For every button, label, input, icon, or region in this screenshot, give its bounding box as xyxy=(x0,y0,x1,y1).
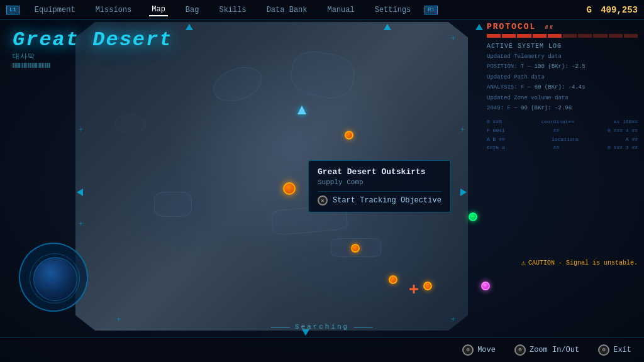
currency-value: 409,253 xyxy=(601,5,638,15)
map-marker-active[interactable] xyxy=(283,182,296,195)
edge-plus-topleft: + xyxy=(116,35,121,43)
region-title: Great Desert 대사막 xyxy=(13,28,172,68)
protocol-status: ## xyxy=(545,25,554,31)
map-marker-orange-3[interactable] xyxy=(389,275,397,284)
edge-plus-bottomright: + xyxy=(451,315,455,324)
searching-label: Searching xyxy=(271,323,373,331)
bar-1 xyxy=(487,34,501,38)
map-container: + + + + + + + Great Desert Outsk xyxy=(0,0,644,362)
log-entry-5: Updated Zone volume data xyxy=(487,94,638,102)
edge-plus-topright: + xyxy=(451,35,455,43)
bar-4 xyxy=(533,34,547,38)
map-marker-pink[interactable] xyxy=(481,282,490,290)
protocol-header: PROTOCOL ## xyxy=(487,22,638,31)
edge-plus-bottomleft: + xyxy=(116,315,121,324)
bar-2 xyxy=(502,34,516,38)
bar-10 xyxy=(624,34,638,38)
currency-prefix: G xyxy=(586,5,591,15)
bc16 xyxy=(42,63,43,68)
move-label: Move xyxy=(477,346,496,354)
bc9 xyxy=(28,63,29,68)
log-entry-4: ANALYSIS: F — 60 (BKr): -4.4s xyxy=(487,83,638,92)
bc15 xyxy=(39,63,41,68)
popup-subtitle: Supply Comp xyxy=(318,178,441,186)
searching-line-right xyxy=(354,327,373,327)
bar-6 xyxy=(563,34,577,38)
bc1 xyxy=(13,63,14,68)
map-marker-green[interactable] xyxy=(469,212,477,221)
caution-banner: ⚠ CAUTION - Signal is unstable. xyxy=(521,258,638,268)
bc7 xyxy=(24,63,26,68)
bar-3 xyxy=(517,34,531,38)
data-row-1: 0 ##6coordinatesas 168## xyxy=(487,118,638,126)
radar-inner xyxy=(30,253,80,304)
bc6 xyxy=(22,63,23,68)
map-marker-orange-4[interactable] xyxy=(423,282,432,290)
data-row-2: F 0041##0 ### 4 ## xyxy=(487,126,638,135)
nav-arrow-right[interactable] xyxy=(460,189,467,196)
bar-7 xyxy=(578,34,592,38)
nav-arrow-up2[interactable] xyxy=(384,24,391,30)
system-log-title: Active System Log xyxy=(487,43,638,50)
region-korean: 대사막 xyxy=(13,52,172,61)
data-table: 0 ##6coordinatesas 168## F 0041##0 ### 4… xyxy=(487,118,638,151)
bc8 xyxy=(26,63,27,68)
data-row-3: A B ##locationsA ## xyxy=(487,135,638,144)
bottom-action-exit[interactable]: ⊙ Exit xyxy=(598,344,631,356)
exit-btn[interactable]: ⊙ xyxy=(598,344,609,356)
tab-map[interactable]: Map xyxy=(149,4,168,16)
tab-equipment[interactable]: Equipment xyxy=(32,4,78,16)
bc20 xyxy=(49,63,50,68)
nav-arrow-left[interactable] xyxy=(77,189,83,196)
region-barcode xyxy=(13,63,172,68)
log-entry-2: POSITION: T — 100 (BKr): -2.5 xyxy=(487,62,638,71)
popup-action-label: Start Tracking Objective xyxy=(333,196,441,205)
tab-databank[interactable]: Data Bank xyxy=(264,4,310,16)
popup-action[interactable]: ✕ Start Tracking Objective xyxy=(318,195,441,206)
tab-manual[interactable]: Manual xyxy=(325,4,357,16)
tab-missions[interactable]: Missions xyxy=(93,4,135,16)
bottom-action-move[interactable]: ⊙ Move xyxy=(462,344,496,356)
bar-8 xyxy=(593,34,607,38)
radar-circle xyxy=(19,243,88,312)
log-entry-6: 2049: F — 00 (BKr): -2.96 xyxy=(487,104,638,112)
player-marker xyxy=(297,106,306,114)
nav-bar: L1 Equipment Missions Map Bag Skills Dat… xyxy=(0,0,644,20)
map-marker-cross[interactable] xyxy=(409,285,418,293)
zoom-btn[interactable]: ⊙ xyxy=(514,344,526,356)
protocol-bars xyxy=(487,34,638,38)
bc11 xyxy=(32,63,33,68)
tab-skills[interactable]: Skills xyxy=(216,4,248,16)
bottom-action-zoom[interactable]: ⊙ Zoom In/Out xyxy=(514,344,579,356)
bc17 xyxy=(43,63,44,68)
nav-badge-right: R1 xyxy=(425,6,438,14)
bc3 xyxy=(16,63,18,68)
map-marker-orange-1[interactable] xyxy=(345,131,353,140)
edge-plus-left: + xyxy=(79,126,83,134)
bar-9 xyxy=(609,34,623,38)
nav-arrow-up3[interactable] xyxy=(475,24,483,30)
bc5 xyxy=(21,63,21,68)
radar-outer xyxy=(19,243,88,312)
data-row-4: 6##5 a##0 ### 3 ## xyxy=(487,143,638,152)
region-name: Great Desert xyxy=(13,28,172,52)
searching-text: Searching xyxy=(295,323,349,331)
exit-label: Exit xyxy=(613,346,631,354)
nav-currency: G 409,253 xyxy=(586,5,638,15)
bc10 xyxy=(30,63,31,68)
nav-arrow-up[interactable] xyxy=(186,24,193,30)
bc18 xyxy=(45,63,46,68)
popup-divider xyxy=(318,191,441,192)
action-icon: ✕ xyxy=(318,195,328,206)
nav-badge-left: L1 xyxy=(6,6,19,14)
caution-icon: ⚠ xyxy=(521,258,526,268)
log-entry-1: Updated Telemetry data xyxy=(487,52,638,61)
map-marker-orange-2[interactable] xyxy=(351,244,360,253)
log-entry-3: Updated Path data xyxy=(487,73,638,82)
location-popup: Great Desert Outskirts Supply Comp ✕ Sta… xyxy=(308,160,451,212)
bc19 xyxy=(47,63,48,68)
move-btn[interactable]: ⊙ xyxy=(462,344,474,356)
tab-bag[interactable]: Bag xyxy=(183,4,202,16)
tab-settings[interactable]: Settings xyxy=(372,4,414,16)
bottom-bar: ⊙ Move ⊙ Zoom In/Out ⊙ Exit xyxy=(0,337,644,362)
